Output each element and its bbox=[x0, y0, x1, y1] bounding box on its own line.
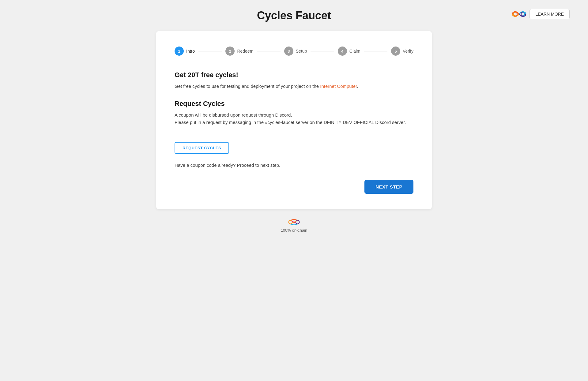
step-5[interactable]: 5 Verify bbox=[391, 47, 413, 56]
next-step-button[interactable]: NEXT STEP bbox=[364, 180, 413, 194]
request-heading: Request Cycles bbox=[175, 100, 413, 108]
main-card: 1 Intro 2 Redeem 3 Setup 4 Claim bbox=[156, 31, 432, 209]
intro-section: Get 20T free cycles! Get free cycles to … bbox=[175, 71, 413, 90]
step-5-circle: 5 bbox=[391, 47, 400, 56]
step-1-number: 1 bbox=[178, 49, 180, 54]
step-connector-1 bbox=[198, 51, 222, 51]
step-4-number: 4 bbox=[341, 49, 343, 54]
header-actions: LEARN MORE bbox=[512, 9, 570, 19]
svg-point-1 bbox=[521, 12, 525, 16]
step-2-circle: 2 bbox=[225, 47, 235, 56]
step-3[interactable]: 3 Setup bbox=[284, 47, 307, 56]
main-heading: Get 20T free cycles! bbox=[175, 71, 413, 79]
footer-text: 100% on-chain bbox=[281, 228, 307, 233]
page-title: Cycles Faucet bbox=[257, 9, 331, 22]
step-connector-3 bbox=[311, 51, 334, 51]
step-connector-4 bbox=[364, 51, 387, 51]
step-connector-2 bbox=[257, 51, 280, 51]
svg-point-3 bbox=[296, 220, 300, 224]
step-1-circle: 1 bbox=[175, 47, 184, 56]
bottom-actions: NEXT STEP bbox=[175, 180, 413, 194]
svg-point-2 bbox=[289, 220, 292, 224]
main-description: Get free cycles to use for testing and d… bbox=[175, 83, 413, 90]
step-3-circle: 3 bbox=[284, 47, 293, 56]
step-4[interactable]: 4 Claim bbox=[338, 47, 360, 56]
step-3-label: Setup bbox=[296, 49, 307, 54]
request-cycles-button[interactable]: REQUEST CYCLES bbox=[175, 142, 229, 154]
coupon-text: Have a coupon code already? Proceed to n… bbox=[175, 162, 413, 168]
learn-more-button[interactable]: LEARN MORE bbox=[530, 9, 570, 19]
request-description: A coupon will be disbursed upon request … bbox=[175, 111, 413, 126]
step-2-label: Redeem bbox=[237, 49, 253, 54]
footer: 100% on-chain bbox=[281, 218, 307, 233]
step-3-number: 3 bbox=[288, 49, 290, 54]
request-section: Request Cycles A coupon will be disburse… bbox=[175, 100, 413, 126]
request-line1: A coupon will be disbursed upon request … bbox=[175, 112, 292, 118]
step-4-circle: 4 bbox=[338, 47, 347, 56]
request-line2: Please put in a request by messaging in … bbox=[175, 120, 406, 125]
step-5-number: 5 bbox=[394, 49, 397, 54]
stepper: 1 Intro 2 Redeem 3 Setup 4 Claim bbox=[175, 47, 413, 56]
step-1-label: Intro bbox=[186, 49, 195, 54]
svg-point-0 bbox=[514, 12, 517, 16]
step-2-number: 2 bbox=[229, 49, 231, 54]
step-1[interactable]: 1 Intro bbox=[175, 47, 195, 56]
step-5-label: Verify bbox=[403, 49, 413, 54]
dfinity-logo-header bbox=[512, 10, 526, 18]
step-2[interactable]: 2 Redeem bbox=[225, 47, 253, 56]
page-header: Cycles Faucet LEARN MORE bbox=[0, 0, 588, 28]
internet-computer-link[interactable]: Internet Computer bbox=[320, 84, 357, 89]
step-4-label: Claim bbox=[349, 49, 360, 54]
dfinity-logo-footer bbox=[288, 218, 300, 226]
